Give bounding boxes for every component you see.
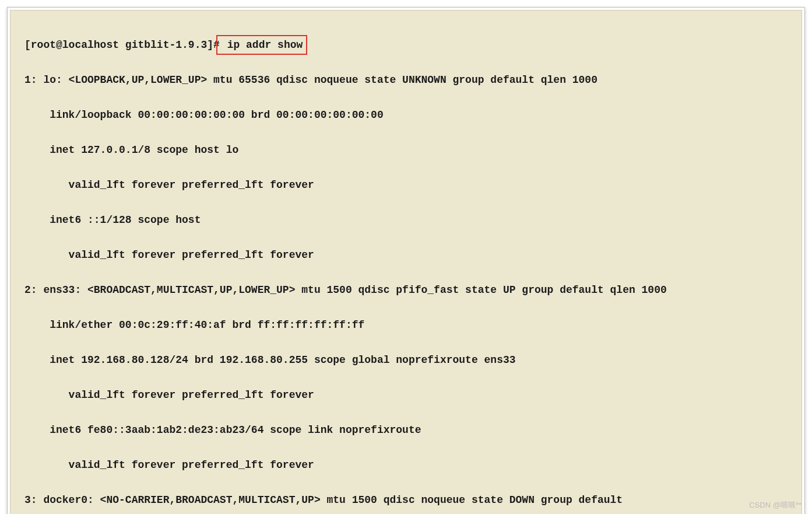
shell-prompt: [root@localhost gitblit-1.9.3]# xyxy=(24,39,220,51)
output-line: inet 127.0.0.1/8 scope host lo xyxy=(24,141,788,159)
output-line: valid_lft forever preferred_lft forever xyxy=(24,386,788,404)
output-line: link/ether 00:0c:29:ff:40:af brd ff:ff:f… xyxy=(24,316,788,334)
output-line: 1: lo: <LOOPBACK,UP,LOWER_UP> mtu 65536 … xyxy=(24,71,788,89)
output-line: 2: ens33: <BROADCAST,MULTICAST,UP,LOWER_… xyxy=(24,281,788,299)
output-line: valid_lft forever preferred_lft forever xyxy=(24,456,788,474)
output-line: inet6 ::1/128 scope host xyxy=(24,211,788,229)
output-line: 3: docker0: <NO-CARRIER,BROADCAST,MULTIC… xyxy=(24,491,788,509)
terminal-content[interactable]: [root@localhost gitblit-1.9.3]# ip addr … xyxy=(10,10,802,514)
output-line: inet6 fe80::3aab:1ab2:de23:ab23/64 scope… xyxy=(24,421,788,439)
watermark-text: CSDN @喂喂** xyxy=(749,500,802,510)
output-line: valid_lft forever preferred_lft forever xyxy=(24,176,788,194)
prompt-line-1: [root@localhost gitblit-1.9.3]# ip addr … xyxy=(24,36,788,54)
terminal-window: [root@localhost gitblit-1.9.3]# ip addr … xyxy=(7,7,805,514)
output-line: valid_lft forever preferred_lft forever xyxy=(24,246,788,264)
output-line: link/loopback 00:00:00:00:00:00 brd 00:0… xyxy=(24,106,788,124)
output-line: inet 192.168.80.128/24 brd 192.168.80.25… xyxy=(24,351,788,369)
highlighted-command-1: ip addr show xyxy=(216,35,307,55)
